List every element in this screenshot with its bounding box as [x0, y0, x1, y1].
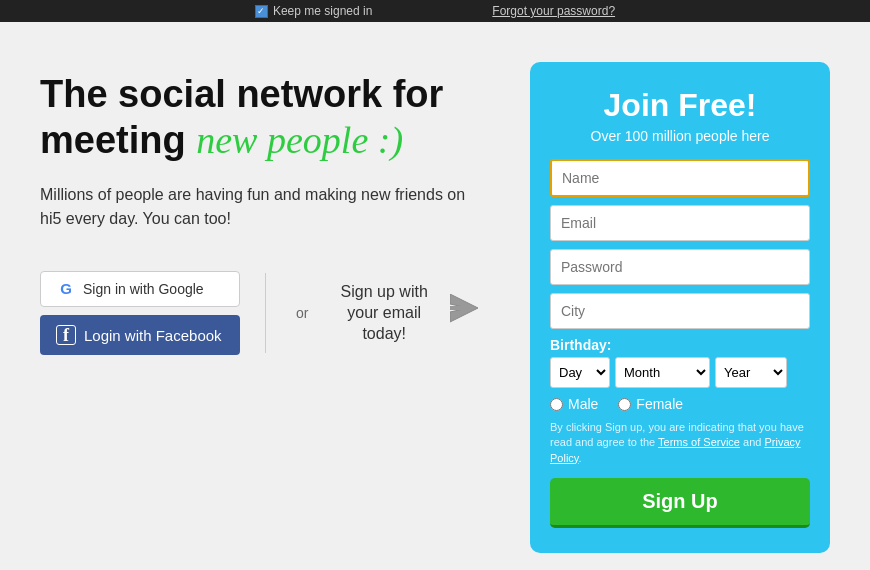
female-option[interactable]: Female: [618, 396, 683, 412]
headline-meeting: meeting: [40, 119, 196, 161]
male-label: Male: [568, 396, 598, 412]
google-icon: G: [57, 280, 75, 298]
email-input[interactable]: [550, 205, 810, 241]
month-select[interactable]: Month JanuaryFebruaryMarchApril MayJuneJ…: [615, 357, 710, 388]
forgot-password-area: Forgot your password?: [492, 4, 615, 18]
google-signin-button[interactable]: G Sign in with Google: [40, 271, 240, 307]
headline-cursive: new people :): [196, 119, 403, 161]
or-text: or: [296, 305, 308, 321]
signup-email-text: Sign up with your email today!: [328, 282, 440, 344]
join-box: Join Free! Over 100 million people here …: [530, 62, 830, 553]
facebook-icon: f: [56, 325, 76, 345]
arrow-right-icon: [450, 294, 490, 333]
signup-button[interactable]: Sign Up: [550, 478, 810, 528]
birthday-label: Birthday:: [550, 337, 810, 353]
female-label: Female: [636, 396, 683, 412]
day-select[interactable]: Day 12345 678910 1112131415 1617181920 2…: [550, 357, 610, 388]
headline: The social network for meeting new peopl…: [40, 72, 490, 163]
svg-rect-1: [450, 306, 470, 310]
facebook-login-button[interactable]: f Login with Facebook: [40, 315, 240, 355]
female-radio[interactable]: [618, 398, 631, 411]
signup-email-area: Sign up with your email today!: [328, 282, 490, 344]
forgot-password-link[interactable]: Forgot your password?: [492, 4, 615, 18]
year-select[interactable]: Year 2005200420032002 2001200019991998 1…: [715, 357, 787, 388]
facebook-btn-label: Login with Facebook: [84, 327, 222, 344]
city-input[interactable]: [550, 293, 810, 329]
google-btn-label: Sign in with Google: [83, 281, 204, 297]
name-input[interactable]: [550, 159, 810, 197]
keep-signed-label: Keep me signed in: [273, 4, 372, 18]
male-radio[interactable]: [550, 398, 563, 411]
join-title: Join Free!: [550, 87, 810, 124]
keep-signed-checkbox[interactable]: ✓: [255, 5, 268, 18]
subtext: Millions of people are having fun and ma…: [40, 183, 490, 231]
keep-signed-in-area: ✓ Keep me signed in: [255, 4, 372, 18]
main-content: The social network for meeting new peopl…: [0, 22, 870, 570]
gender-row: Male Female: [550, 396, 810, 412]
password-input[interactable]: [550, 249, 810, 285]
terms-text: By clicking Sign up, you are indicating …: [550, 420, 810, 466]
headline-part1: The social network for: [40, 73, 443, 115]
male-option[interactable]: Male: [550, 396, 598, 412]
join-subtitle: Over 100 million people here: [550, 128, 810, 144]
terms-of-service-link[interactable]: Terms of Service: [658, 436, 740, 448]
birthday-selects: Day 12345 678910 1112131415 1617181920 2…: [550, 357, 810, 388]
vertical-divider: [265, 273, 266, 353]
left-side: The social network for meeting new peopl…: [40, 62, 490, 355]
top-bar: ✓ Keep me signed in Forgot your password…: [0, 0, 870, 22]
social-buttons: G Sign in with Google f Login with Faceb…: [40, 271, 240, 355]
social-area: G Sign in with Google f Login with Faceb…: [40, 271, 490, 355]
